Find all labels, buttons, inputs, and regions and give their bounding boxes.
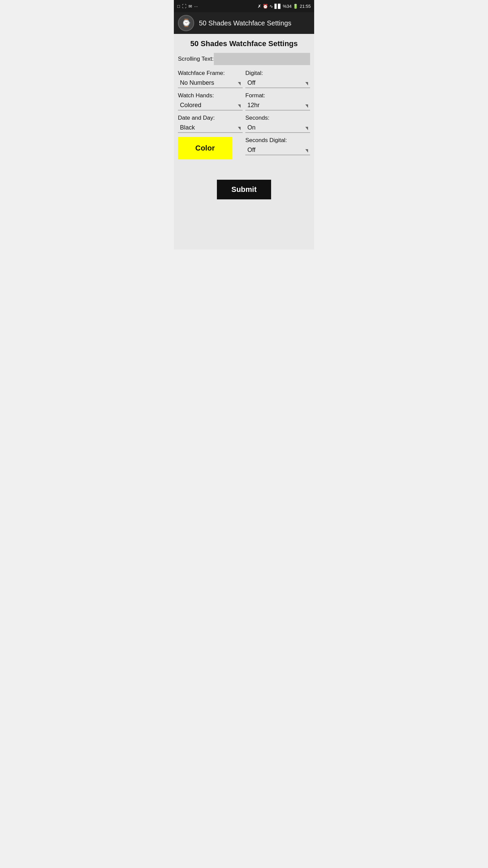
status-right-icons: ✗ ⏰ ∿ ▋▊ %34 🔋 21:55 [258,4,311,9]
seconds-select[interactable]: On Off [245,123,310,132]
seconds-section: Seconds: On Off Seconds Digital: Off On [245,115,310,159]
bluetooth-icon: ✗ [258,4,261,9]
watchface-frame-select[interactable]: No Numbers Numbers Minimal [178,78,243,87]
status-bar: □ ⛶ ✉ ··· ✗ ⏰ ∿ ▋▊ %34 🔋 21:55 [174,0,314,12]
seconds-digital-select[interactable]: Off On [245,145,310,155]
watch-hands-label: Watch Hands: [178,92,243,99]
page-title: 50 Shades Watchface Settings [178,39,310,48]
main-content: 50 Shades Watchface Settings Scrolling T… [174,34,314,250]
format-label: Format: [245,92,310,99]
digital-section: Digital: Off On [245,70,310,92]
alarm-icon: ⏰ [263,4,268,9]
watch-hands-section: Watch Hands: Colored Black White [178,92,243,115]
digital-label: Digital: [245,70,310,77]
app-icon: ⌚ [178,15,194,31]
submit-button[interactable]: Submit [217,180,271,199]
watchface-frame-section: Watchface Frame: No Numbers Numbers Mini… [178,70,243,92]
date-day-section: Date and Day: Black White Colored Color [178,115,243,159]
more-icon: ··· [194,4,198,9]
date-day-label: Date and Day: [178,115,243,121]
format-wrapper: 12hr 24hr [245,100,310,111]
status-left-icons: □ ⛶ ✉ ··· [177,4,198,9]
email-icon: ✉ [188,4,192,9]
app-bar-title: 50 Shades Watchface Settings [199,19,291,27]
format-section: Format: 12hr 24hr [245,92,310,115]
scrolling-text-row: Scrolling Text: [178,53,310,65]
color-button[interactable]: Color [178,137,232,159]
seconds-digital-wrapper: Off On [245,145,310,155]
watch-hands-wrapper: Colored Black White [178,100,243,111]
seconds-digital-label: Seconds Digital: [245,137,310,144]
watch-hands-select[interactable]: Colored Black White [178,100,243,110]
format-select[interactable]: 12hr 24hr [245,100,310,110]
seconds-label: Seconds: [245,115,310,121]
submit-area: Submit [178,180,310,199]
scrolling-text-label: Scrolling Text: [178,56,214,62]
image-icon: ⛶ [182,4,186,9]
scrolling-text-input[interactable] [214,53,310,65]
seconds-wrapper: On Off [245,123,310,133]
battery-level: %34 [283,4,291,9]
date-day-wrapper: Black White Colored [178,123,243,133]
signal-icon: ▋▊ [274,4,281,9]
app-bar: ⌚ 50 Shades Watchface Settings [174,12,314,34]
battery-icon: 🔋 [293,4,298,9]
row-date-seconds: Date and Day: Black White Colored Color … [178,115,310,159]
sonos-icon: □ [177,4,180,9]
wifi-icon: ∿ [269,4,273,9]
clock-time: 21:55 [300,4,311,9]
digital-select[interactable]: Off On [245,78,310,87]
row-watchhands-format: Watch Hands: Colored Black White Format:… [178,92,310,115]
row-watchface-digital: Watchface Frame: No Numbers Numbers Mini… [178,70,310,92]
watchface-frame-label: Watchface Frame: [178,70,243,77]
date-day-select[interactable]: Black White Colored [178,123,243,132]
digital-wrapper: Off On [245,78,310,88]
watchface-frame-wrapper: No Numbers Numbers Minimal [178,78,243,88]
